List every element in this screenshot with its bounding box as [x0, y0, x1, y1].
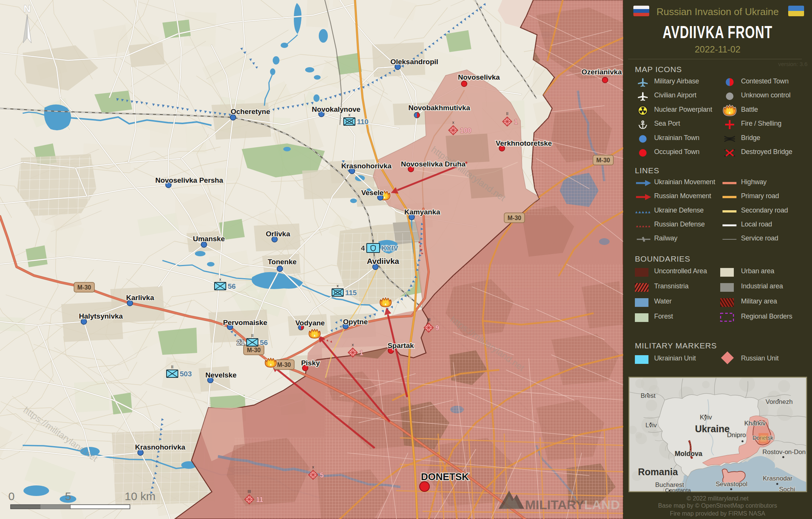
- svg-text:x: x: [337, 283, 339, 288]
- svg-text:III: III: [427, 317, 430, 322]
- svg-text:Sochi: Sochi: [779, 486, 795, 492]
- svg-text:56: 56: [228, 282, 236, 290]
- svg-text:Orlivka: Orlivka: [266, 230, 290, 238]
- svg-text:M-30: M-30: [277, 362, 291, 368]
- svg-text:x: x: [219, 277, 221, 282]
- svg-text:Oleksandropil: Oleksandropil: [391, 58, 438, 66]
- svg-text:MILITARYLAND: MILITARYLAND: [525, 497, 620, 512]
- svg-text:11: 11: [256, 496, 263, 504]
- svg-text:M-30: M-30: [77, 284, 91, 291]
- svg-text:Novobakhmutivka: Novobakhmutivka: [408, 104, 470, 112]
- svg-text:0: 0: [8, 490, 15, 502]
- svg-text:Verkhnotoretske: Verkhnotoretske: [496, 139, 552, 147]
- svg-text:56: 56: [260, 339, 268, 347]
- svg-text:x: x: [372, 238, 374, 243]
- svg-text:5: 5: [65, 490, 71, 502]
- svg-text:M-30: M-30: [508, 215, 522, 221]
- svg-text:503: 503: [180, 370, 192, 378]
- svg-text:x: x: [452, 120, 454, 125]
- svg-text:N: N: [24, 3, 31, 14]
- svg-text:KYIV: KYIV: [381, 244, 398, 252]
- svg-text:Pisky: Pisky: [301, 359, 320, 367]
- svg-text:Tonenke: Tonenke: [268, 258, 297, 266]
- svg-text:Umanske: Umanske: [193, 235, 225, 243]
- svg-text:Sevastopol: Sevastopol: [716, 480, 747, 488]
- svg-text:1: 1: [514, 118, 518, 126]
- svg-text:Halytsynivka: Halytsynivka: [79, 312, 123, 320]
- svg-text:1: 1: [360, 349, 363, 357]
- svg-text:Krasnohorivka: Krasnohorivka: [135, 443, 185, 451]
- svg-text:Krasnodar: Krasnodar: [763, 475, 793, 482]
- svg-text:Krasnohorivka: Krasnohorivka: [341, 162, 391, 170]
- svg-text:Kyiv: Kyiv: [700, 414, 712, 421]
- svg-text:III: III: [247, 489, 251, 494]
- svg-text:Pervomaiske: Pervomaiske: [223, 319, 267, 326]
- svg-text:100: 100: [460, 127, 471, 134]
- svg-text:II: II: [171, 365, 173, 369]
- svg-text:115: 115: [345, 289, 357, 297]
- svg-text:Constanta: Constanta: [665, 487, 691, 492]
- svg-text:Novoselivka: Novoselivka: [458, 73, 500, 81]
- svg-text:Romania: Romania: [638, 467, 678, 477]
- svg-text:Rostov-on-Don: Rostov-on-Don: [763, 448, 806, 456]
- svg-text:Opytne: Opytne: [343, 318, 367, 326]
- svg-text:x: x: [352, 342, 354, 347]
- svg-text:110: 110: [357, 118, 369, 126]
- svg-text:Kamyanka: Kamyanka: [404, 208, 440, 216]
- svg-text:Nevelske: Nevelske: [205, 371, 236, 379]
- svg-text:x: x: [348, 112, 350, 117]
- svg-text:II: II: [251, 333, 253, 338]
- svg-text:Spartak: Spartak: [387, 342, 414, 350]
- svg-text:Avdiivka: Avdiivka: [367, 257, 399, 265]
- svg-text:Ozerianivka: Ozerianivka: [582, 68, 622, 76]
- svg-text:Vesele: Vesele: [361, 189, 383, 197]
- svg-text:Brest: Brest: [641, 392, 656, 399]
- svg-text:10 km: 10 km: [125, 490, 156, 502]
- svg-text:Ocheretyne: Ocheretyne: [231, 108, 270, 116]
- svg-text:Kharkiv: Kharkiv: [744, 420, 766, 427]
- svg-text:Voronezh: Voronezh: [766, 398, 793, 405]
- svg-text:Ukraine: Ukraine: [695, 424, 730, 434]
- svg-text:M-30: M-30: [247, 347, 261, 353]
- svg-text:Dnipro: Dnipro: [727, 431, 746, 439]
- svg-text:DONETSK: DONETSK: [421, 471, 469, 482]
- svg-text:Novokalynove: Novokalynove: [312, 105, 361, 113]
- svg-text:x: x: [312, 465, 314, 469]
- svg-text:4: 4: [361, 244, 365, 252]
- svg-text:9: 9: [435, 324, 439, 332]
- svg-text:5: 5: [320, 471, 324, 479]
- svg-text:Vodyane: Vodyane: [295, 319, 325, 327]
- svg-text:Moldova: Moldova: [675, 450, 702, 457]
- svg-text:21: 21: [237, 339, 245, 347]
- svg-text:Lviv: Lviv: [645, 422, 657, 429]
- svg-text:M-30: M-30: [596, 157, 610, 163]
- svg-text:Novoselivka Persha: Novoselivka Persha: [155, 176, 223, 184]
- svg-text:Karlivka: Karlivka: [126, 294, 154, 302]
- svg-text:II: II: [506, 111, 508, 116]
